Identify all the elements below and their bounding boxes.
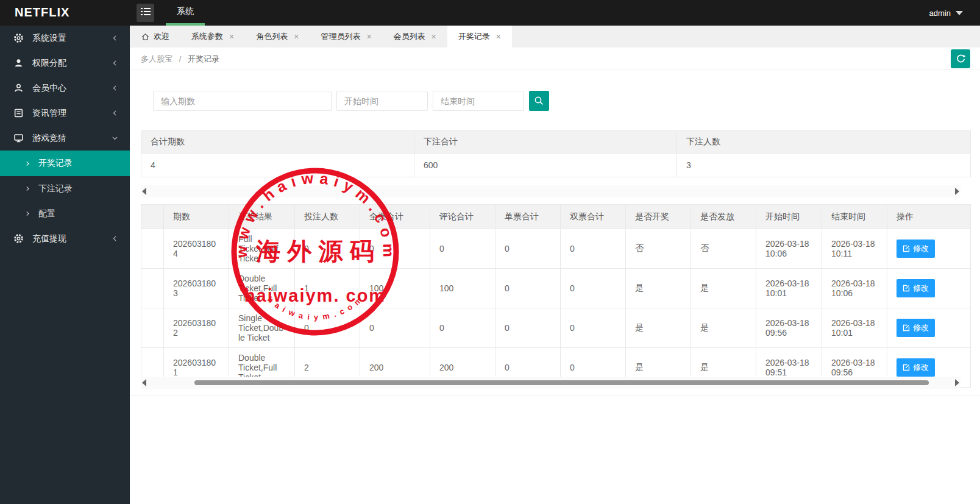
summary-header-bet-total: 下注合计 <box>414 131 677 154</box>
tab-draw-records[interactable]: 开奖记录 × <box>447 26 512 48</box>
search-button[interactable] <box>529 91 549 111</box>
topnav-system-label: 系统 <box>177 6 194 17</box>
arrow-right-icon <box>24 160 31 167</box>
tab-role-list[interactable]: 角色列表 × <box>245 26 310 48</box>
scroll-right-icon[interactable] <box>955 188 959 195</box>
cell-period: 2026031802 <box>164 308 229 348</box>
sidebar-subitem-bet-records[interactable]: 下注记录 <box>0 176 130 201</box>
tab-label: 角色列表 <box>256 31 288 42</box>
sidebar-item-game[interactable]: 游戏竞猜 <box>0 126 130 151</box>
col-end-time: 结束时间 <box>822 205 887 229</box>
sidebar-item-label: 充值提现 <box>32 233 111 244</box>
sidebar-subitem-label: 下注记录 <box>38 183 73 194</box>
sidebar-item-recharge-withdraw[interactable]: 充值提现 <box>0 226 130 251</box>
sidebar-toggle-button[interactable] <box>137 4 154 22</box>
divider <box>130 395 980 396</box>
edit-button[interactable]: 修改 <box>897 279 935 297</box>
brand-logo: NETFLIX <box>15 5 69 20</box>
tab-system-params[interactable]: 系统参数 × <box>180 26 245 48</box>
col-single-total: 单票合计 <box>495 205 561 229</box>
cell-issued: 否 <box>691 229 756 269</box>
edit-button[interactable]: 修改 <box>897 358 935 377</box>
summary-table: 合计期数 下注合计 下注人数 4 600 3 <box>141 130 971 177</box>
summary-header-periods: 合计期数 <box>141 131 414 154</box>
start-time-input[interactable] <box>336 91 428 111</box>
cell-start-time: 2026-03-18 10:06 <box>756 229 822 269</box>
summary-row: 4 600 3 <box>141 154 971 177</box>
tab-welcome[interactable]: 欢迎 <box>130 26 180 48</box>
close-icon[interactable]: × <box>496 32 501 41</box>
edit-button[interactable]: 修改 <box>897 240 935 258</box>
col-result: 开奖结果 <box>229 205 295 229</box>
user-menu[interactable]: admin <box>929 0 963 26</box>
chevron-left-icon <box>111 59 119 67</box>
cell-drawn: 否 <box>626 229 691 269</box>
hamburger-icon <box>141 7 151 18</box>
summary-header-bettors: 下注人数 <box>677 131 971 154</box>
chevron-left-icon <box>111 235 119 243</box>
sidebar-subitem-draw-records[interactable]: 开奖记录 <box>0 151 130 176</box>
sidebar-item-permissions[interactable]: 权限分配 <box>0 51 130 76</box>
close-icon[interactable]: × <box>366 32 371 41</box>
horizontal-scrollbar-top[interactable] <box>141 185 960 197</box>
cell-result: Full Ticket,Half Ticket <box>229 229 295 269</box>
summary-value-periods: 4 <box>141 154 414 177</box>
col-start-time: 开始时间 <box>756 205 822 229</box>
close-icon[interactable]: × <box>229 32 234 41</box>
tab-label: 系统参数 <box>191 31 223 42</box>
summary-value-bettors: 3 <box>677 154 971 177</box>
scroll-left-icon[interactable] <box>142 188 146 195</box>
scroll-left-icon[interactable] <box>142 379 146 386</box>
end-time-input[interactable] <box>433 91 524 111</box>
close-icon[interactable]: × <box>431 32 436 41</box>
sidebar-item-members[interactable]: 会员中心 <box>0 76 130 101</box>
tabbar: 欢迎 系统参数 × 角色列表 × 管理员列表 × 会员列表 × 开奖记录 × <box>130 26 980 48</box>
cell-end-time: 2026-03-18 10:01 <box>822 308 887 348</box>
col-issued: 是否发放 <box>691 205 756 229</box>
breadcrumb-row: 多人股宝 / 开奖记录 <box>130 48 980 69</box>
horizontal-scrollbar-bottom[interactable] <box>141 377 960 389</box>
col-select <box>141 205 164 229</box>
period-input[interactable] <box>153 91 332 111</box>
sidebar-item-news[interactable]: 资讯管理 <box>0 101 130 126</box>
chevron-down-icon <box>111 134 119 142</box>
summary-value-bet-total: 600 <box>414 154 677 177</box>
chevron-left-icon <box>111 109 119 117</box>
cell-end-time: 2026-03-18 10:06 <box>822 269 887 308</box>
edit-icon <box>903 285 910 292</box>
gear-icon <box>13 233 24 244</box>
chevron-left-icon <box>111 84 119 92</box>
tab-label: 开奖记录 <box>458 31 490 42</box>
col-drawn: 是否开奖 <box>626 205 691 229</box>
col-bettors: 投注人数 <box>295 205 360 229</box>
member-icon <box>13 83 24 93</box>
tab-admin-list[interactable]: 管理员列表 × <box>310 26 382 48</box>
cell-issued: 是 <box>691 269 756 308</box>
edit-icon <box>903 364 910 371</box>
edit-button[interactable]: 修改 <box>897 319 935 337</box>
col-full-total: 全票合计 <box>360 205 430 229</box>
sidebar-item-label: 权限分配 <box>32 58 111 69</box>
edit-icon <box>903 245 910 252</box>
cell-bettors: 0 <box>295 308 360 348</box>
scrollbar-thumb[interactable] <box>194 380 929 385</box>
home-icon <box>141 32 150 41</box>
sidebar-item-system-settings[interactable]: 系统设置 <box>0 26 130 51</box>
cell-period: 2026031804 <box>164 229 229 269</box>
refresh-button[interactable] <box>951 49 970 68</box>
breadcrumb-current: 开奖记录 <box>188 54 219 63</box>
breadcrumb-parent: 多人股宝 <box>141 54 172 63</box>
cell-double-total: 0 <box>561 308 626 348</box>
close-icon[interactable]: × <box>294 32 299 41</box>
sidebar-subitem-config[interactable]: 配置 <box>0 201 130 226</box>
tab-member-list[interactable]: 会员列表 × <box>383 26 447 48</box>
chevron-left-icon <box>111 34 119 42</box>
cell-double-total: 0 <box>561 229 626 269</box>
sidebar-subitem-label: 开奖记录 <box>38 158 73 169</box>
topbar: NETFLIX 系统 admin <box>0 0 980 26</box>
topnav-system[interactable]: 系统 <box>166 0 205 26</box>
user-permission-icon <box>13 58 24 68</box>
sidebar-item-label: 会员中心 <box>32 83 111 94</box>
scroll-right-icon[interactable] <box>955 379 959 386</box>
sidebar-item-label: 资讯管理 <box>32 108 111 119</box>
